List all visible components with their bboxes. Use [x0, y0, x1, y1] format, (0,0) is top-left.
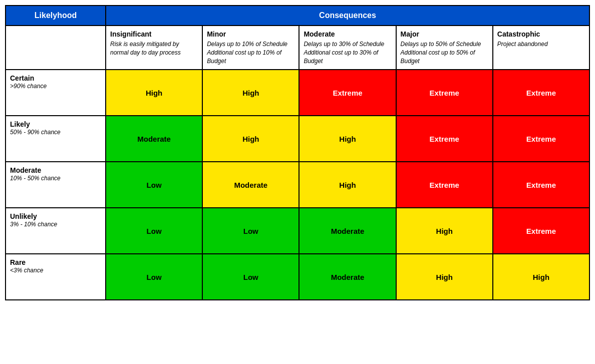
likelihood-header-label: Likelyhood: [35, 11, 77, 20]
cell-1-4: Extreme: [493, 116, 589, 161]
table-row-3: Unlikely3% - 10% chanceLowLowModerateHig…: [6, 207, 589, 253]
cell-2-1: Moderate: [203, 162, 300, 207]
column-headers-row: InsignificantRisk is easily mitigated by…: [6, 25, 589, 69]
cell-2-2: High: [300, 162, 396, 207]
cell-4-2: Moderate: [300, 254, 396, 299]
col-header-desc-0: Risk is easily mitigated by normal day t…: [110, 41, 181, 56]
row-title-4: Rare: [10, 258, 101, 266]
cell-0-3: Extreme: [397, 70, 493, 115]
row-subtitle-2: 10% - 50% chance: [10, 175, 61, 182]
consequences-header-label: Consequences: [319, 11, 376, 20]
cell-4-1: Low: [203, 254, 300, 299]
col-header-0: InsignificantRisk is easily mitigated by…: [106, 26, 203, 69]
risk-matrix: Likelyhood Consequences InsignificantRis…: [5, 5, 590, 300]
col-header-desc-4: Project abandoned: [497, 41, 548, 48]
col-headers-container: InsignificantRisk is easily mitigated by…: [106, 26, 589, 69]
col-header-title-4: Catastrophic: [497, 30, 585, 38]
cell-1-3: Extreme: [397, 116, 493, 161]
consequences-header: Consequences: [106, 6, 589, 25]
row-subtitle-3: 3% - 10% chance: [10, 221, 57, 228]
cell-2-4: Extreme: [493, 162, 589, 207]
cell-3-1: Low: [203, 208, 300, 253]
col-header-title-0: Insignificant: [110, 30, 198, 38]
col-header-title-3: Major: [401, 30, 488, 38]
row-header-4: Rare<3% chance: [6, 254, 106, 299]
col-header-1: MinorDelays up to 10% of Schedule Additi…: [203, 26, 300, 69]
cell-0-2: Extreme: [300, 70, 396, 115]
table-row-1: Likely50% - 90% chanceModerateHighHighEx…: [6, 115, 589, 161]
cell-4-0: Low: [106, 254, 203, 299]
row-title-3: Unlikely: [10, 212, 101, 220]
row-subtitle-1: 50% - 90% chance: [10, 129, 61, 136]
col-header-desc-2: Delays up to 30% of Schedule Additional …: [304, 41, 384, 65]
table-row-4: Rare<3% chanceLowLowModerateHighHigh: [6, 253, 589, 299]
row-header-3: Unlikely3% - 10% chance: [6, 208, 106, 253]
cell-3-2: Moderate: [300, 208, 396, 253]
col-header-title-2: Moderate: [304, 30, 391, 38]
empty-corner-cell: [6, 26, 106, 69]
cell-3-0: Low: [106, 208, 203, 253]
row-header-2: Moderate10% - 50% chance: [6, 162, 106, 207]
likelihood-header: Likelyhood: [6, 6, 106, 25]
row-title-2: Moderate: [10, 166, 101, 174]
table-row-2: Moderate10% - 50% chanceLowModerateHighE…: [6, 161, 589, 207]
cell-1-2: High: [300, 116, 396, 161]
cell-3-3: High: [397, 208, 493, 253]
col-header-desc-3: Delays up to 50% of Schedule Additional …: [401, 41, 481, 65]
cell-2-0: Low: [106, 162, 203, 207]
col-header-2: ModerateDelays up to 30% of Schedule Add…: [300, 26, 396, 69]
data-rows-container: Certain>90% chanceHighHighExtremeExtreme…: [6, 69, 589, 299]
row-header-1: Likely50% - 90% chance: [6, 116, 106, 161]
cell-0-0: High: [106, 70, 203, 115]
main-header-row: Likelyhood Consequences: [6, 6, 589, 25]
col-header-title-1: Minor: [207, 30, 294, 38]
cell-0-4: Extreme: [493, 70, 589, 115]
row-title-1: Likely: [10, 120, 101, 128]
cell-1-1: High: [203, 116, 300, 161]
cell-1-0: Moderate: [106, 116, 203, 161]
col-header-4: CatastrophicProject abandoned: [493, 26, 589, 69]
cell-2-3: Extreme: [397, 162, 493, 207]
col-header-3: MajorDelays up to 50% of Schedule Additi…: [397, 26, 493, 69]
row-subtitle-0: >90% chance: [10, 83, 47, 90]
row-title-0: Certain: [10, 74, 101, 82]
row-subtitle-4: <3% chance: [10, 267, 43, 274]
cell-4-3: High: [397, 254, 493, 299]
cell-0-1: High: [203, 70, 300, 115]
col-header-desc-1: Delays up to 10% of Schedule Additional …: [207, 41, 287, 65]
cell-3-4: Extreme: [493, 208, 589, 253]
row-header-0: Certain>90% chance: [6, 70, 106, 115]
table-row-0: Certain>90% chanceHighHighExtremeExtreme…: [6, 69, 589, 115]
cell-4-4: High: [493, 254, 589, 299]
